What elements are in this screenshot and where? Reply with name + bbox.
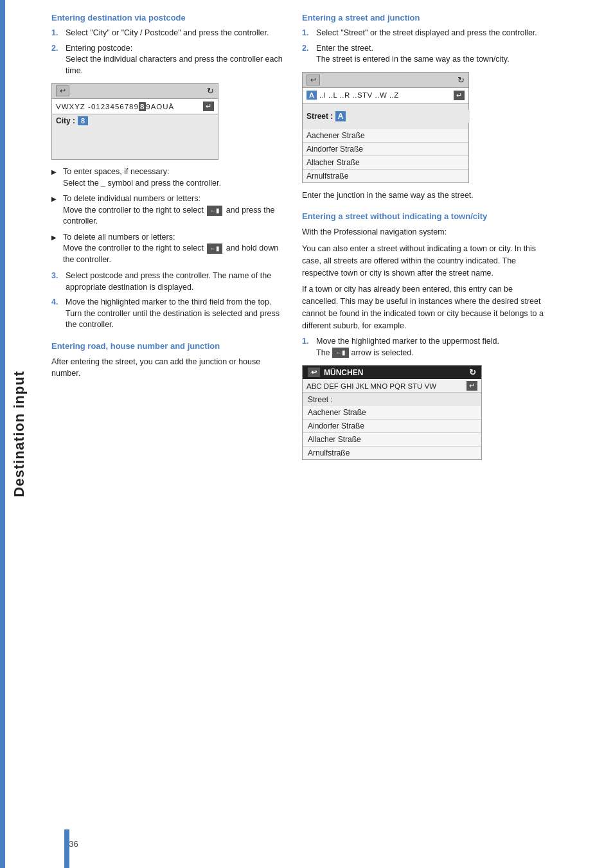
- no-town-step-1-text: Move the highlighted marker to the upper…: [316, 336, 499, 359]
- step-num-3: 3.: [51, 270, 63, 293]
- section-road-heading: Entering road, house number and junction: [51, 341, 283, 351]
- ui-char-row: VWXYZ -012345678989AOUÄ: [56, 103, 174, 111]
- ui-refresh-button[interactable]: ↻: [207, 86, 214, 96]
- munchen-street-1: Aachener Straße: [303, 406, 481, 420]
- ui-street-chars: ..l ..L ..R ..STV ..W ..Z: [319, 91, 399, 99]
- ui-street-enter-arrow: ↵: [454, 91, 465, 100]
- bullet-delete-all-text: To delete all numbers or letters:Move th…: [63, 232, 283, 266]
- ui-city-label: City :: [56, 116, 75, 125]
- ui-street-toolbar: ↩ ↻: [303, 73, 468, 88]
- ui-street-refresh-button[interactable]: ↻: [458, 75, 465, 85]
- ui-munchen-header: ↩ MÜNCHEN ↻: [303, 366, 481, 379]
- ui-postcode-empty-area: [52, 127, 218, 159]
- ui-street-box: ↩ ↻ A ..l ..L ..R ..STV ..W ..Z ↵ Street…: [302, 72, 469, 183]
- page-number-bar: [64, 829, 69, 868]
- step-num-r1: 1.: [302, 28, 314, 39]
- ui-munchen-box: ↩ MÜNCHEN ↻ ABC DEF GHI JKL MNO PQR STU …: [302, 365, 482, 460]
- ui-back-button[interactable]: ↩: [56, 85, 69, 96]
- street-list-item-4: Arnulfstraße: [303, 170, 468, 182]
- munchen-street-4: Arnulfstraße: [303, 447, 481, 459]
- no-town-steps: 1. Move the highlighted marker to the up…: [302, 336, 546, 359]
- ui-street-list: Aachener Straße Aindorfer Straße Allache…: [303, 129, 468, 182]
- ui-postcode-box: ↩ ↻ VWXYZ -012345678989AOUÄ ↵ City : 8: [51, 83, 218, 160]
- no-town-step-1: 1. Move the highlighted marker to the up…: [302, 336, 546, 359]
- right-column: Entering a street and junction 1. Select…: [302, 13, 546, 466]
- section-postcode-heading: Entering destination via postcode: [51, 13, 283, 22]
- sidebar: Destination input: [0, 0, 39, 868]
- section-no-town-para2: If a town or city has already been enter…: [302, 283, 546, 332]
- ui-postcode-toolbar: ↩ ↻: [52, 84, 218, 99]
- triangle-icon-3: ▶: [51, 233, 60, 242]
- step-num-2: 2.: [51, 43, 63, 77]
- ui-char-input-row: VWXYZ -012345678989AOUÄ ↵: [52, 99, 218, 114]
- back-arrow-icon-2: ←▮: [207, 244, 222, 254]
- section-street-junction-heading: Entering a street and junction: [302, 13, 546, 22]
- ui-munchen-abc-chars: ABC DEF GHI JKL MNO PQR STU VW: [306, 382, 436, 390]
- left-column: Entering destination via postcode 1. Sel…: [51, 13, 283, 466]
- postcode-step-3-text: Select postcode and press the controller…: [66, 270, 283, 293]
- ui-street-field-label: Street : A: [303, 110, 470, 123]
- ui-munchen-enter-arrow: ↵: [466, 381, 477, 391]
- ui-street-back-button[interactable]: ↩: [306, 75, 320, 85]
- postcode-step-3: 3. Select postcode and press the control…: [51, 270, 283, 293]
- street-junction-step-2-text: Enter the street. The street is entered …: [316, 43, 510, 66]
- street-list-item-2: Aindorfer Straße: [303, 143, 468, 156]
- sidebar-label: Destination input: [11, 371, 28, 497]
- street-junction-steps: 1. Select "Street" or the street display…: [302, 28, 546, 66]
- section-street-junction: Entering a street and junction 1. Select…: [302, 13, 546, 201]
- postcode-step-4: 4. Move the highlighted marker to the th…: [51, 297, 283, 331]
- section-no-town-heading: Entering a street without indicating a t…: [302, 211, 546, 221]
- bullet-delete-all: ▶ To delete all numbers or letters:Move …: [51, 232, 283, 266]
- section-postcode: Entering destination via postcode 1. Sel…: [51, 13, 283, 331]
- postcode-bullets: ▶ To enter spaces, if necessary:Select t…: [51, 166, 283, 265]
- ui-street-field-highlight: A: [335, 111, 346, 121]
- section-no-town-subheading: With the Professional navigation system:: [302, 226, 546, 238]
- ui-enter-arrow: ↵: [203, 102, 214, 111]
- section-road-para: After entering the street, you can add t…: [51, 356, 283, 380]
- postcode-step-2-text: Entering postcode: Select the individual…: [66, 43, 283, 77]
- ui-munchen-abc-row: ABC DEF GHI JKL MNO PQR STU VW ↵: [303, 379, 481, 393]
- step-num-4: 4.: [51, 297, 63, 331]
- street-junction-step-1-text: Select "Street" or the street displayed …: [316, 28, 537, 39]
- triangle-icon-2: ▶: [51, 195, 60, 204]
- ui-street-char-highlight: A: [306, 91, 317, 100]
- munchen-street-2: Aindorfer Straße: [303, 420, 481, 433]
- street-junction-step-1: 1. Select "Street" or the street display…: [302, 28, 546, 39]
- ui-munchen-list: Aachener Straße Aindorfer Straße Allache…: [303, 406, 481, 459]
- street-junction-below-text: Enter the junction in the same way as th…: [302, 190, 546, 202]
- bullet-spaces-text: To enter spaces, if necessary:Select the…: [63, 166, 221, 189]
- bullet-spaces: ▶ To enter spaces, if necessary:Select t…: [51, 166, 283, 189]
- section-no-town: Entering a street without indicating a t…: [302, 211, 546, 460]
- back-arrow-icon-1: ←▮: [207, 206, 222, 216]
- postcode-steps: 1. Select "City" or "City / Postcode" an…: [51, 28, 283, 76]
- triangle-icon-1: ▶: [51, 168, 60, 177]
- step-num-nt1: 1.: [302, 336, 314, 359]
- bullet-delete-single: ▶ To delete individual numbers or letter…: [51, 193, 283, 227]
- munchen-street-3: Allacher Straße: [303, 433, 481, 447]
- ui-street-char-row: A ..l ..L ..R ..STV ..W ..Z ↵: [303, 88, 468, 103]
- ui-munchen-back-icon: ↩: [308, 368, 320, 377]
- step-num-r2: 2.: [302, 43, 314, 66]
- street-list-item-1: Aachener Straße: [303, 129, 468, 143]
- ui-city-value: 8: [78, 116, 88, 125]
- ui-munchen-city-name: MÜNCHEN: [324, 368, 363, 377]
- arrow-indicator-icon: ←▮: [332, 348, 349, 358]
- postcode-step-1: 1. Select "City" or "City / Postcode" an…: [51, 28, 283, 39]
- main-content: Entering destination via postcode 1. Sel…: [45, 0, 613, 479]
- ui-city-field-row: City : 8: [52, 114, 218, 127]
- section-road: Entering road, house number and junction…: [51, 341, 283, 380]
- postcode-step-1-text: Select "City" or "City / Postcode" and p…: [66, 28, 269, 39]
- ui-munchen-street-label: Street :: [303, 393, 481, 406]
- street-junction-step-2: 2. Enter the street. The street is enter…: [302, 43, 546, 66]
- postcode-step-2: 2. Entering postcode: Select the individ…: [51, 43, 283, 77]
- postcode-step-4-text: Move the highlighted marker to the third…: [66, 297, 283, 331]
- two-column-layout: Entering destination via postcode 1. Sel…: [51, 13, 600, 466]
- bullet-delete-single-text: To delete individual numbers or letters:…: [63, 193, 283, 227]
- step-num-1: 1.: [51, 28, 63, 39]
- postcode-steps-34: 3. Select postcode and press the control…: [51, 270, 283, 331]
- ui-munchen-refresh-icon: ↻: [469, 368, 476, 377]
- street-list-item-3: Allacher Straße: [303, 156, 468, 170]
- section-no-town-para1: You can also enter a street without indi…: [302, 243, 546, 279]
